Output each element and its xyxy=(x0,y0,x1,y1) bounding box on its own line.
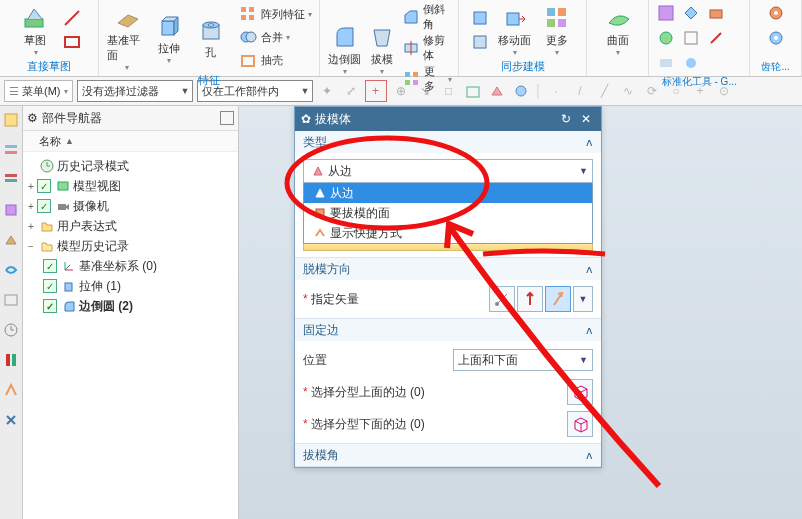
tb-icon[interactable]: / xyxy=(570,81,590,101)
checkbox-icon[interactable]: ✓ xyxy=(37,179,51,193)
nav-tab-icon[interactable] xyxy=(3,322,19,338)
tree-item-history-mode[interactable]: 历史记录模式 xyxy=(25,156,236,176)
draft-body-dialog: ✿ 拔模体 ↻ ✕ 类型ʌ 从边 ▼ 从边 要拔模的面 显 xyxy=(294,106,602,468)
datum-plane-button[interactable]: 基准平面▾ xyxy=(107,2,147,72)
std-icon[interactable] xyxy=(680,27,702,49)
graphics-canvas[interactable]: ✿ 拔模体 ↻ ✕ 类型ʌ 从边 ▼ 从边 要拔模的面 显 xyxy=(239,106,802,519)
gear-icon-1[interactable] xyxy=(765,2,787,24)
sync-icon-1[interactable] xyxy=(469,7,491,29)
svg-rect-7 xyxy=(241,7,246,12)
sync-icon-2[interactable] xyxy=(469,31,491,53)
dialog-titlebar[interactable]: ✿ 拔模体 ↻ ✕ xyxy=(295,107,601,131)
sketch-button[interactable]: 草图▾ xyxy=(15,2,55,57)
checkbox-icon[interactable]: ✓ xyxy=(43,299,57,313)
tb-icon[interactable]: ✦ xyxy=(317,81,337,101)
tree-item-model-views[interactable]: +✓模型视图 xyxy=(25,176,236,196)
type-combo[interactable]: 从边 ▼ xyxy=(303,159,593,183)
nav-tab-icon[interactable] xyxy=(3,232,19,248)
checkbox-icon[interactable]: ✓ xyxy=(43,279,57,293)
nav-tab-icon[interactable] xyxy=(3,352,19,368)
tb-icon[interactable]: ⊙ xyxy=(714,81,734,101)
pin-button[interactable] xyxy=(220,111,234,125)
nav-tab-icon[interactable] xyxy=(3,172,19,188)
checkbox-icon[interactable]: ✓ xyxy=(43,259,57,273)
tb-icon[interactable]: ∿ xyxy=(618,81,638,101)
nav-tab-icon[interactable] xyxy=(3,292,19,308)
std-icon[interactable] xyxy=(680,2,702,24)
navigator-title: 部件导航器 xyxy=(42,110,102,127)
option-faces[interactable]: 要拔模的面 xyxy=(304,203,592,223)
nav-tab-icon[interactable] xyxy=(3,382,19,398)
rect-icon[interactable] xyxy=(61,31,83,53)
menu-button[interactable]: ☰菜单(M) ▾ xyxy=(4,80,73,102)
tb-icon[interactable]: ↘ xyxy=(415,81,435,101)
trim-button[interactable]: 修剪体 xyxy=(402,33,453,63)
edgeblend-button[interactable]: 边倒圆▾ xyxy=(326,21,362,76)
surface-button[interactable]: 曲面▾ xyxy=(598,2,638,57)
reset-button[interactable]: ↻ xyxy=(557,110,575,128)
tree-item-extrude[interactable]: ✓拉伸 (1) xyxy=(25,276,236,296)
tree-item-model-history[interactable]: −模型历史记录 xyxy=(25,236,236,256)
section-angle-header[interactable]: 拔模角ʌ xyxy=(295,444,601,466)
nav-tab-icon[interactable] xyxy=(3,262,19,278)
nav-tab-icon[interactable] xyxy=(3,142,19,158)
std-icon[interactable] xyxy=(680,52,702,74)
tb-icon[interactable]: + xyxy=(365,80,387,102)
gear-icon[interactable]: ⚙ xyxy=(27,111,38,125)
close-button[interactable]: ✕ xyxy=(577,110,595,128)
section-type-header[interactable]: 类型ʌ xyxy=(295,131,601,153)
std-icon[interactable] xyxy=(655,2,677,24)
unite-button[interactable]: 合并▾ xyxy=(237,26,312,48)
svg-point-29 xyxy=(660,32,672,44)
tree-item-edgeblend[interactable]: ✓边倒圆 (2) xyxy=(25,296,236,316)
gear-icon[interactable]: ✿ xyxy=(301,112,311,126)
tb-icon[interactable]: + xyxy=(690,81,710,101)
section-fixed-header[interactable]: 固定边ʌ xyxy=(295,319,601,341)
move-face-button[interactable]: 移动面▾ xyxy=(495,2,535,57)
chamfer-button[interactable]: 倒斜角 xyxy=(402,2,453,32)
tb-icon[interactable]: ⊕ xyxy=(391,81,411,101)
vector-menu-button[interactable]: ▼ xyxy=(573,286,593,312)
select-bottom-button[interactable] xyxy=(567,411,593,437)
tb-icon[interactable]: · xyxy=(546,81,566,101)
std-icon[interactable] xyxy=(705,27,727,49)
position-combo[interactable]: 上面和下面▼ xyxy=(453,349,593,371)
line-icon[interactable] xyxy=(61,7,83,29)
draft-button[interactable]: 拔模▾ xyxy=(364,21,400,76)
select-top-button[interactable] xyxy=(567,379,593,405)
nav-tab-icon[interactable] xyxy=(3,112,19,128)
tb-icon[interactable] xyxy=(463,81,483,101)
tb-icon[interactable]: ○ xyxy=(666,81,686,101)
option-shortcut[interactable]: 显示快捷方式 xyxy=(304,223,592,243)
std-icon[interactable] xyxy=(655,52,677,74)
nav-tab-icon[interactable] xyxy=(3,412,19,428)
vector-reverse-button[interactable] xyxy=(517,286,543,312)
tree-item-cameras[interactable]: +✓摄像机 xyxy=(25,196,236,216)
tb-icon[interactable] xyxy=(487,81,507,101)
tb-icon[interactable]: ⟳ xyxy=(642,81,662,101)
tb-icon[interactable]: □ xyxy=(439,81,459,101)
extrude-button[interactable]: 拉伸▾ xyxy=(149,10,189,65)
option-from-edge[interactable]: 从边 xyxy=(304,183,592,203)
nav-tab-icon[interactable] xyxy=(3,202,19,218)
section-direction-header[interactable]: 脱模方向ʌ xyxy=(295,258,601,280)
tb-icon[interactable] xyxy=(511,81,531,101)
extrude-icon xyxy=(155,12,183,40)
pattern-button[interactable]: 阵列特征▾ xyxy=(237,3,312,25)
more-sync-button[interactable]: 更多▾ xyxy=(537,2,577,57)
tb-icon[interactable]: ╱ xyxy=(594,81,614,101)
hole-button[interactable]: 孔 xyxy=(191,14,231,60)
std-icon[interactable] xyxy=(705,2,727,24)
shell-button[interactable]: 抽壳 xyxy=(237,49,312,71)
std-icon[interactable] xyxy=(655,27,677,49)
tree-item-csys[interactable]: ✓基准坐标系 (0) xyxy=(25,256,236,276)
gear-icon-2[interactable] xyxy=(765,27,787,49)
vector-pick-button[interactable] xyxy=(489,286,515,312)
group-label-feature: 特征 xyxy=(198,72,220,90)
checkbox-icon[interactable]: ✓ xyxy=(37,199,51,213)
tree-item-user-expr[interactable]: +用户表达式 xyxy=(25,216,236,236)
vector-auto-button[interactable] xyxy=(545,286,571,312)
filter-combo[interactable]: 没有选择过滤器▼ xyxy=(77,80,193,102)
column-header[interactable]: 名称▲ xyxy=(23,131,238,152)
tb-icon[interactable]: ⤢ xyxy=(341,81,361,101)
